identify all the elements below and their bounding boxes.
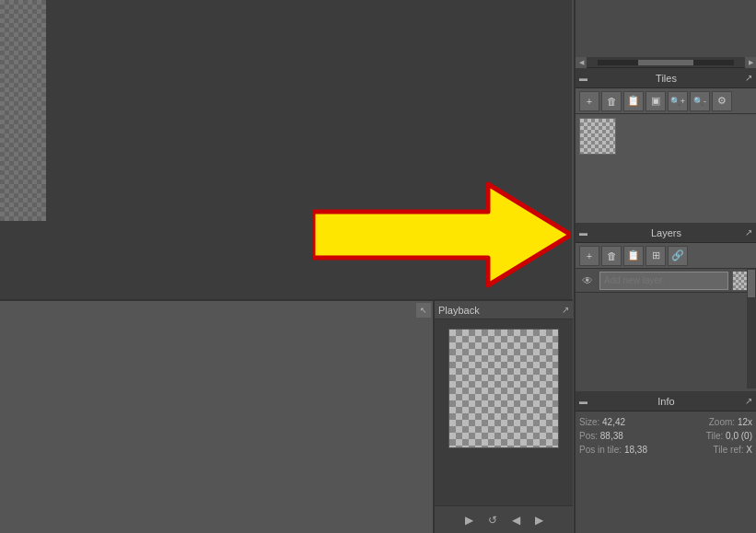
- playback-next-btn[interactable]: ▶: [531, 512, 547, 528]
- info-postile-value: 18,38: [624, 445, 647, 455]
- scroll-thumb: [638, 60, 692, 65]
- svg-marker-0: [313, 184, 571, 285]
- layers-add-btn[interactable]: +: [579, 246, 599, 266]
- info-row-size: Size: 42,42 Zoom: 12x: [579, 417, 752, 427]
- info-zoom-label: Zoom:: [709, 417, 735, 427]
- scroll-track: [598, 60, 734, 65]
- tiles-title: Tiles: [587, 73, 745, 84]
- layers-scrollbar[interactable]: [747, 269, 756, 388]
- layers-title: Layers: [587, 227, 745, 238]
- info-tileref-value: X: [746, 445, 752, 455]
- layers-link-btn[interactable]: 🔗: [668, 246, 688, 266]
- info-row-pos: Pos: 88,38 Tile: 0,0 (0): [579, 431, 752, 441]
- right-panel: ◀ ▶ ▬ Tiles ↗ + 🗑 📋 ▣ 🔍+ 🔍- ⚙ ▬ Layers: [574, 0, 756, 533]
- playback-header: Playback ↗: [435, 301, 573, 319]
- info-size-label: Size:: [579, 417, 599, 427]
- layers-toolbar: + 🗑 📋 ⊞ 🔗: [576, 243, 756, 269]
- tiles-header: ▬ Tiles ↗: [576, 68, 756, 88]
- playback-thumbnail: [448, 329, 559, 448]
- tile-item[interactable]: [579, 118, 616, 155]
- arrow-container: [313, 180, 571, 290]
- layers-header: ▬ Layers ↗: [576, 223, 756, 243]
- playback-prev-btn[interactable]: ◀: [508, 512, 524, 528]
- info-header: ▬ Info ↗: [576, 391, 756, 411]
- tiles-popout[interactable]: ↗: [745, 73, 752, 83]
- info-tile-label: Tile:: [706, 431, 724, 441]
- info-size-value: 42,42: [602, 417, 625, 427]
- layers-collapse[interactable]: ▬: [579, 228, 587, 238]
- info-zoom-value: 12x: [738, 417, 752, 427]
- tiles-copy-btn[interactable]: 📋: [623, 91, 644, 111]
- playback-play-btn[interactable]: ▶: [461, 512, 477, 528]
- tiles-settings-btn[interactable]: ⚙: [712, 91, 732, 111]
- info-postile-label: Pos in tile:: [579, 445, 622, 455]
- info-pos-label: Pos:: [579, 431, 598, 441]
- info-tileref-label: Tile ref:: [714, 445, 744, 455]
- layer-visibility-toggle[interactable]: 👁: [579, 272, 596, 289]
- tiles-add-btn[interactable]: +: [579, 91, 599, 111]
- layers-delete-btn[interactable]: 🗑: [601, 246, 622, 266]
- canvas-checkerboard: [0, 0, 46, 221]
- tiles-content: [576, 114, 756, 234]
- tiles-zoomin-btn[interactable]: 🔍+: [668, 91, 688, 111]
- tiles-frame-btn[interactable]: ▣: [646, 91, 666, 111]
- bottom-left-panel-arrow[interactable]: ↖: [416, 303, 431, 318]
- scroll-right-btn[interactable]: ▶: [745, 57, 756, 68]
- layers-popout[interactable]: ↗: [745, 227, 752, 238]
- info-row-postile: Pos in tile: 18,38 Tile ref: X: [579, 445, 752, 455]
- info-pos-value: 88,38: [600, 431, 623, 441]
- playback-title: Playback: [438, 305, 480, 316]
- info-collapse[interactable]: ▬: [579, 397, 587, 406]
- layers-scrollbar-thumb: [748, 270, 755, 297]
- layer-name-input[interactable]: [599, 272, 728, 290]
- tiles-delete-btn[interactable]: 🗑: [601, 91, 622, 111]
- layer-row: 👁: [576, 269, 756, 293]
- info-content: Size: 42,42 Zoom: 12x Pos: 88,38 Tile: 0…: [576, 411, 756, 464]
- info-popout[interactable]: ↗: [745, 396, 752, 406]
- playback-panel: Playback ↗ ▶ ↺ ◀ ▶: [433, 299, 573, 533]
- tiles-toolbar: + 🗑 📋 ▣ 🔍+ 🔍- ⚙: [576, 88, 756, 114]
- layers-merge-btn[interactable]: ⊞: [646, 246, 666, 266]
- playback-rewind-btn[interactable]: ↺: [484, 512, 501, 528]
- tiles-collapse[interactable]: ▬: [579, 74, 587, 83]
- info-title: Info: [587, 396, 745, 407]
- tiles-section: ▬ Tiles ↗ + 🗑 📋 ▣ 🔍+ 🔍- ⚙: [576, 68, 756, 234]
- playback-controls: ▶ ↺ ◀ ▶: [435, 505, 573, 533]
- right-top-scrollbar[interactable]: ◀ ▶: [576, 57, 756, 68]
- layers-section: ▬ Layers ↗ + 🗑 📋 ⊞ 🔗 👁: [576, 223, 756, 388]
- info-section: ▬ Info ↗ Size: 42,42 Zoom: 12x Pos: 88,3…: [576, 391, 756, 533]
- info-tile-value: 0,0 (0): [726, 431, 752, 441]
- scroll-left-btn[interactable]: ◀: [576, 57, 587, 68]
- layers-copy-btn[interactable]: 📋: [623, 246, 644, 266]
- playback-popout[interactable]: ↗: [562, 305, 569, 315]
- directional-arrow: [313, 180, 571, 290]
- bottom-left-panel: ↖: [0, 299, 433, 533]
- tiles-zoomout-btn[interactable]: 🔍-: [690, 91, 710, 111]
